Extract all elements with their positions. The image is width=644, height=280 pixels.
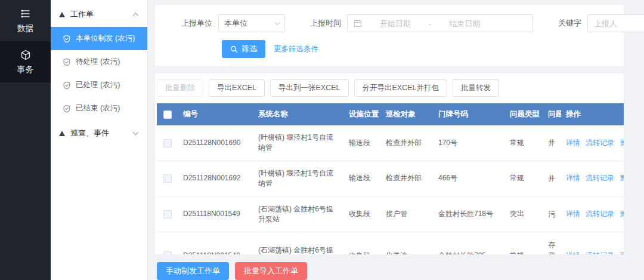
- cell-problem-desc: 存塞外: [543, 232, 561, 254]
- more-filters-link[interactable]: 更多筛选条件: [274, 44, 318, 54]
- cell-problem-type: 常规: [505, 232, 543, 254]
- sidebar-item-issued-by-unit[interactable]: 本单位制发 (农污): [51, 27, 147, 50]
- chevron-down-icon: [275, 20, 280, 24]
- cell-problem-type: 常规: [505, 161, 543, 196]
- row-action-link[interactable]: 流转记录: [586, 174, 614, 182]
- rail-item-label: 数据: [17, 23, 34, 33]
- row-action-link[interactable]: 流转记录: [586, 139, 614, 147]
- chevron-down-icon: [133, 130, 139, 136]
- batch-delete-button[interactable]: 批量删除: [157, 79, 203, 97]
- cell-problem-desc: 井: [543, 161, 561, 196]
- sidebar-group-inspection-events[interactable]: 巡查、事件: [51, 120, 147, 146]
- row-action-link[interactable]: 详情: [566, 174, 580, 182]
- header-id: 编号: [178, 103, 253, 125]
- start-date-input[interactable]: [366, 19, 425, 28]
- export-single-excel-button[interactable]: 导出到一张EXCEL: [270, 79, 349, 97]
- cell-inspection-target: 化粪池: [381, 232, 434, 254]
- table-body: D251128N001690 (叶榭镇) 堰泾村1号自流纳管 输送段 检查井外部…: [157, 125, 624, 254]
- report-time-range-picker[interactable]: -: [347, 14, 533, 32]
- date-range-separator: -: [429, 19, 431, 28]
- cell-problem-desc: 污: [543, 196, 561, 232]
- sidebar-group-label: 巡查、事件: [70, 128, 109, 139]
- cell-system-name: (叶榭镇) 堰泾村1号自流纳管: [253, 161, 344, 196]
- table-header-row: 编号 系统名称 设施位置 巡检对象 门牌号码 问题类型 问题描述 操作: [157, 103, 624, 125]
- sidebar-item-pending[interactable]: 待处理 (农污): [51, 50, 147, 73]
- batch-forward-button[interactable]: 批量转发: [453, 79, 499, 97]
- shield-icon: [63, 35, 71, 43]
- table-panel: 批量删除 导出EXCEL 导出到一张EXCEL 分开导出EXCEL并打包 批量转…: [155, 73, 624, 254]
- batch-import-order-button[interactable]: 批量导入工作单: [235, 262, 307, 280]
- table-row: D251118N001548 (石湖荡镇) 金胜村6号提升泵站 收集段 化粪池 …: [157, 232, 624, 254]
- cell-facility-position: 收集段: [344, 196, 381, 232]
- header-facility-position: 设施位置: [344, 103, 381, 125]
- select-all-checkbox[interactable]: [163, 110, 172, 119]
- cell-inspection-target: 检查井外部: [381, 161, 434, 196]
- sidebar-item-label: 本单位制发 (农污): [76, 33, 135, 44]
- cell-problem-type: 常规: [505, 125, 543, 161]
- cell-facility-position: 输送段: [344, 161, 381, 196]
- cell-inspection-target: 检查井外部: [381, 125, 434, 161]
- sidebar-item-label: 已处理 (农污): [76, 80, 120, 90]
- manual-create-order-button[interactable]: 手动制发工作单: [157, 262, 229, 280]
- row-checkbox[interactable]: [163, 210, 172, 219]
- row-checkbox[interactable]: [163, 174, 172, 183]
- cell-house-number: 金胜村长胜705: [434, 232, 505, 254]
- box-icon: [20, 49, 32, 61]
- row-action-link[interactable]: 详情: [566, 210, 580, 218]
- row-action-link[interactable]: 更多: [620, 210, 624, 218]
- row-action-link[interactable]: 详情: [566, 139, 580, 147]
- cell-id: D251128N001690: [178, 125, 253, 161]
- table-row: D251128N001692 (叶榭镇) 堰泾村1号自流纳管 输送段 检查井外部…: [157, 161, 624, 196]
- end-date-input[interactable]: [435, 19, 494, 28]
- keyword-label: 关键字: [558, 18, 581, 29]
- rail-item-affairs[interactable]: 事务: [0, 41, 51, 82]
- cell-id: D251128N001692: [178, 161, 253, 196]
- shield-icon: [63, 81, 71, 90]
- cell-house-number: 170号: [434, 125, 505, 161]
- cell-facility-position: 收集段: [344, 232, 381, 254]
- filter-button-label: 筛选: [242, 44, 257, 54]
- cell-system-name: (叶榭镇) 堰泾村1号自流纳管: [253, 125, 344, 161]
- app-rail: 数据 事务: [0, 0, 51, 280]
- group-triangle-icon: [59, 131, 65, 136]
- filter-panel: 上报单位 本单位 上报时间 - 关键字: [155, 5, 624, 66]
- table-row: D251118N001549 (石湖荡镇) 金胜村6号提升泵站 收集段 接户管 …: [157, 196, 624, 232]
- search-icon: [230, 45, 238, 53]
- report-unit-select[interactable]: 本单位: [218, 14, 285, 32]
- group-triangle-icon: [59, 12, 65, 17]
- cell-facility-position: 输送段: [344, 125, 381, 161]
- chevron-up-icon: [133, 13, 139, 19]
- cell-actions: 详情流转记录更多: [561, 232, 624, 254]
- header-house-number: 门牌号码: [434, 103, 505, 125]
- calendar-icon: [354, 19, 362, 27]
- cell-problem-desc: 井: [543, 125, 561, 161]
- header-problem-desc: 问题描述: [543, 103, 561, 125]
- toolbar: 批量删除 导出EXCEL 导出到一张EXCEL 分开导出EXCEL并打包 批量转…: [157, 79, 624, 97]
- header-inspection-target: 巡检对象: [381, 103, 434, 125]
- shield-icon: [63, 58, 71, 66]
- sidebar-item-finished[interactable]: 已结束 (农污): [51, 97, 147, 120]
- rail-item-data[interactable]: 数据: [0, 0, 51, 41]
- filter-button[interactable]: 筛选: [222, 40, 265, 58]
- export-excel-button[interactable]: 导出EXCEL: [209, 79, 265, 97]
- row-action-link[interactable]: 更多: [620, 174, 624, 182]
- cell-id: D251118N001548: [178, 232, 253, 254]
- sidebar-item-label: 待处理 (农污): [76, 57, 120, 67]
- report-unit-label: 上报单位: [181, 18, 212, 29]
- sidebar-group-work-orders[interactable]: 工作单: [51, 1, 147, 27]
- row-action-link[interactable]: 流转记录: [586, 210, 614, 218]
- export-split-zip-button[interactable]: 分开导出EXCEL并打包: [354, 79, 448, 97]
- cell-problem-type: 突出: [505, 196, 543, 232]
- sidebar-item-processed[interactable]: 已处理 (农污): [51, 73, 147, 97]
- keyword-input[interactable]: [587, 14, 644, 32]
- footer-actions: 手动制发工作单 批量导入工作单: [155, 254, 624, 280]
- header-problem-type: 问题类型: [505, 103, 543, 125]
- data-icon: [20, 8, 32, 20]
- row-checkbox[interactable]: [163, 139, 172, 147]
- rail-item-label: 事务: [17, 64, 34, 74]
- header-system-name: 系统名称: [253, 103, 344, 125]
- sidebar-group-label: 工作单: [70, 9, 94, 20]
- sidebar: 工作单 本单位制发 (农污) 待处理 (农污) 已处理 (农污) 已结束 (农污…: [51, 0, 148, 280]
- header-actions: 操作: [561, 103, 624, 125]
- row-action-link[interactable]: 更多: [620, 139, 624, 147]
